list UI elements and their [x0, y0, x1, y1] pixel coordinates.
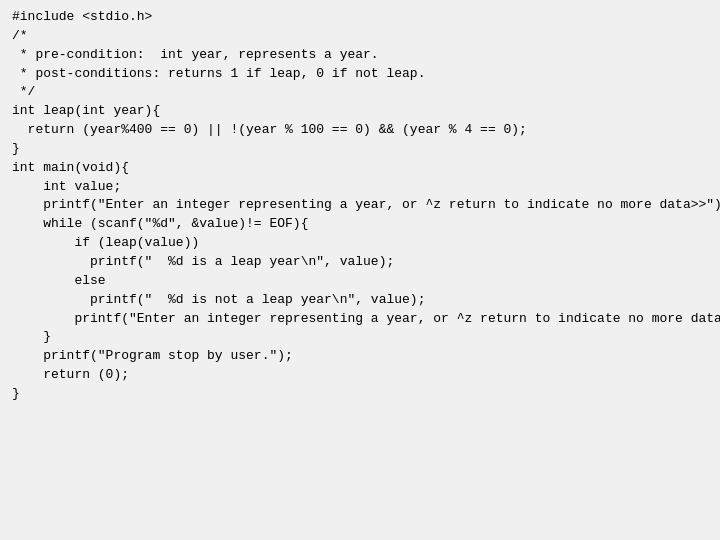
code-line-16: printf("Enter an integer representing a …: [12, 310, 708, 329]
code-line-7: }: [12, 140, 708, 159]
code-line-10: printf("Enter an integer representing a …: [12, 196, 708, 215]
code-line-21: }: [12, 385, 708, 404]
code-line-0: #include <stdio.h>: [12, 8, 708, 27]
code-line-11: while (scanf("%d", &value)!= EOF){: [12, 215, 708, 234]
code-line-3: * post-conditions: returns 1 if leap, 0 …: [12, 65, 708, 84]
code-line-6: return (year%400 == 0) || !(year % 100 =…: [12, 121, 708, 140]
code-editor: #include <stdio.h>/* * pre-condition: in…: [0, 0, 720, 540]
code-line-14: else: [12, 272, 708, 291]
code-line-17: }: [12, 328, 708, 347]
code-line-1: /*: [12, 27, 708, 46]
code-line-5: int leap(int year){: [12, 102, 708, 121]
code-line-19: printf("Program stop by user.");: [12, 347, 708, 366]
code-line-9: int value;: [12, 178, 708, 197]
code-line-12: if (leap(value)): [12, 234, 708, 253]
code-line-20: return (0);: [12, 366, 708, 385]
code-line-2: * pre-condition: int year, represents a …: [12, 46, 708, 65]
code-line-4: */: [12, 83, 708, 102]
code-line-13: printf(" %d is a leap year\n", value);: [12, 253, 708, 272]
code-line-8: int main(void){: [12, 159, 708, 178]
code-line-15: printf(" %d is not a leap year\n", value…: [12, 291, 708, 310]
